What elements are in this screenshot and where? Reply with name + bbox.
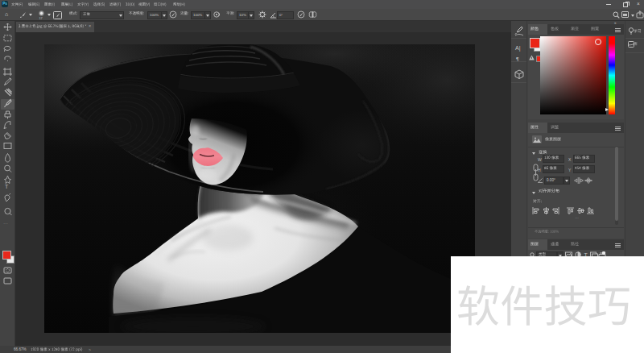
svg-text:A|: A| xyxy=(515,45,521,52)
svg-text:T: T xyxy=(5,184,9,189)
svg-text:…: … xyxy=(3,220,8,225)
